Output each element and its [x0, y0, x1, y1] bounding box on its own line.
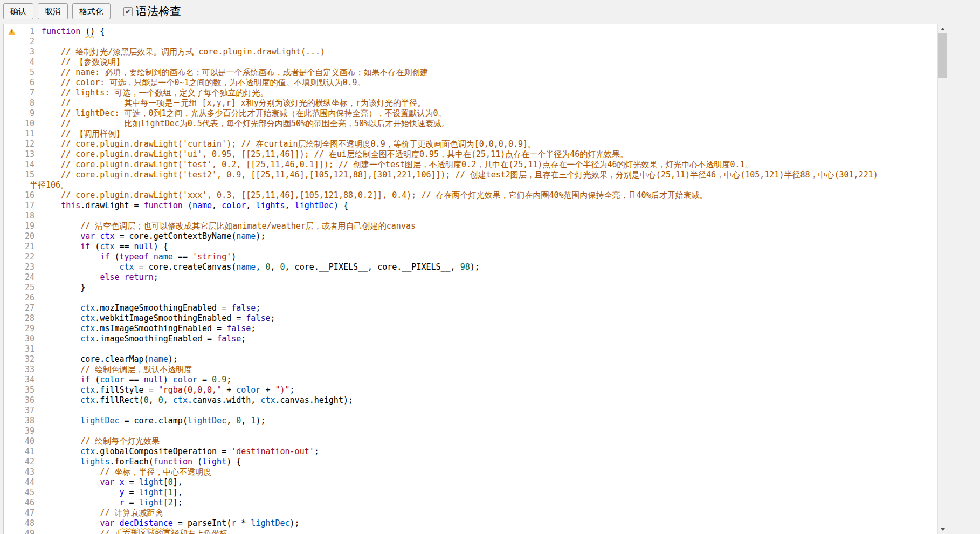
code-text [38, 293, 42, 303]
lint-gutter [4, 108, 20, 119]
code-line[interactable]: 41 ctx.globalCompositeOperation = 'desti… [4, 447, 937, 457]
line-number: 19 [20, 221, 38, 231]
line-number: 46 [20, 498, 38, 508]
line-number: 16 [20, 190, 38, 201]
line-number: 48 [20, 518, 38, 529]
code-line[interactable]: 25 } [4, 283, 937, 293]
code-line[interactable]: 8 // 其中每一项是三元组 [x,y,r] x和y分别为该灯光的横纵坐标，r为… [4, 98, 937, 108]
code-line[interactable]: 22 if (typeof name == 'string') [4, 252, 937, 262]
code-line[interactable]: 48 var decDistance = parseInt(r * lightD… [4, 518, 937, 529]
code-line[interactable]: 33 // 绘制色调层，默认不透明度 [4, 365, 937, 375]
code-line[interactable]: 1function () { [4, 26, 937, 37]
code-line[interactable]: 26 [4, 293, 937, 303]
code-text: this.drawLight = function (name, color, … [38, 201, 348, 211]
code-text: ctx.fillStyle = "rgba(0,0,0," + color + … [38, 385, 295, 395]
code-line[interactable]: 28 ctx.webkitImageSmoothingEnabled = fal… [4, 313, 937, 324]
scrollbar-thumb[interactable] [938, 33, 947, 78]
code-line[interactable]: 36 ctx.fillRect(0, 0, ctx.canvas.width, … [4, 395, 937, 406]
code-line[interactable]: 27 ctx.mozImageSmoothingEnabled = false; [4, 303, 937, 313]
code-line[interactable]: 34 if (color == null) color = 0.9; [4, 375, 937, 385]
scroll-up-button[interactable] [938, 24, 947, 33]
confirm-button[interactable]: 确认 [3, 3, 33, 19]
line-number: 43 [20, 467, 38, 477]
code-line[interactable]: 45 y = light[1], [4, 488, 937, 498]
code-line[interactable]: 40 // 绘制每个灯光效果 [4, 436, 937, 447]
code-line[interactable]: 47 // 计算衰减距离 [4, 508, 937, 518]
code-line[interactable]: 4 // 【参数说明】 [4, 57, 937, 67]
cancel-button[interactable]: 取消 [38, 3, 68, 19]
code-line[interactable]: 31 [4, 344, 937, 354]
syntax-check-checkbox[interactable]: ✔ [123, 7, 133, 16]
code-line[interactable]: 30 ctx.imageSmoothingEnabled = false; [4, 334, 937, 344]
line-number: 33 [20, 365, 38, 375]
code-line[interactable]: 16 // core.plugin.drawLight('xxx', 0.3, … [4, 190, 937, 201]
line-number: 12 [20, 139, 38, 149]
code-line[interactable]: 35 ctx.fillStyle = "rgba(0,0,0," + color… [4, 385, 937, 395]
lint-gutter [4, 498, 20, 508]
code-line[interactable]: 42 lights.forEach(function (light) { [4, 457, 937, 467]
code-editor[interactable]: 1function () {23 // 绘制灯光/漆黑层效果。调用方式 core… [3, 24, 947, 534]
lint-gutter [4, 221, 20, 231]
code-line[interactable]: 46 r = light[2]; [4, 498, 937, 508]
arrow-up-icon [941, 28, 945, 30]
code-line[interactable]: 24 else return; [4, 272, 937, 283]
code-text: ctx.fillRect(0, 0, ctx.canvas.width, ctx… [38, 395, 353, 406]
code-line[interactable]: 44 var x = light[0], [4, 477, 937, 488]
code-line[interactable]: 7 // lights: 可选，一个数组，定义了每个独立的灯光。 [4, 88, 937, 98]
code-text: 半径106。 [26, 180, 68, 190]
code-line[interactable]: 49 // 正方形区域的直径和左上角坐标 [4, 529, 937, 534]
lint-gutter [4, 436, 20, 447]
code-line[interactable]: 11 // 【调用样例】 [4, 129, 937, 139]
code-text: // core.plugin.drawLight('test', 0.2, [[… [38, 160, 753, 170]
code-text: // name: 必填，要绘制到的画布名；可以是一个系统画布，或者是个自定义画布… [38, 67, 428, 78]
code-line[interactable]: 23 ctx = core.createCanvas(name, 0, 0, c… [4, 262, 937, 272]
code-line[interactable]: 29 ctx.msImageSmoothingEnabled = false; [4, 324, 937, 334]
code-line[interactable]: 12 // core.plugin.drawLight('curtain'); … [4, 139, 937, 149]
code-line[interactable]: 17 this.drawLight = function (name, colo… [4, 201, 937, 211]
line-number: 38 [20, 416, 38, 426]
editor-scrollbar[interactable] [937, 24, 947, 534]
line-number: 8 [20, 98, 38, 108]
lint-gutter [4, 416, 20, 426]
code-line[interactable]: 6 // color: 可选，只能是一个0~1之间的数，为不透明度的值。不填则默… [4, 78, 937, 88]
line-number: 25 [20, 283, 38, 293]
code-line[interactable]: 13 // core.plugin.drawLight('ui', 0.95, … [4, 149, 937, 160]
code-line[interactable]: 3 // 绘制灯光/漆黑层效果。调用方式 core.plugin.drawLig… [4, 47, 937, 57]
code-line[interactable]: 半径106。 [4, 180, 937, 190]
lint-gutter [4, 262, 20, 272]
code-line[interactable]: 10 // 比如lightDec为0.5代表，每个灯光部分内圈50%的范围全亮，… [4, 119, 937, 129]
code-line[interactable]: 20 var ctx = core.getContextByName(name)… [4, 231, 937, 242]
lint-gutter [4, 252, 20, 262]
scroll-down-button[interactable] [938, 525, 947, 534]
code-line[interactable]: 37 [4, 406, 937, 416]
lint-gutter [4, 334, 20, 344]
code-line[interactable]: 2 [4, 37, 937, 47]
code-line[interactable]: 19 // 清空色调层；也可以修改成其它层比如animate/weather层，… [4, 221, 937, 231]
line-number: 24 [20, 272, 38, 283]
line-number: 34 [20, 375, 38, 385]
code-text: } [38, 283, 85, 293]
line-number: 26 [20, 293, 38, 303]
line-number: 17 [20, 201, 38, 211]
code-line[interactable]: 38 lightDec = core.clamp(lightDec, 0, 1)… [4, 416, 937, 426]
code-text: // core.plugin.drawLight('curtain'); // … [38, 139, 536, 149]
code-line[interactable]: 39 [4, 426, 937, 436]
code-text: ctx = core.createCanvas(name, 0, 0, core… [38, 262, 480, 272]
code-line[interactable]: 32 core.clearMap(name); [4, 354, 937, 365]
format-button[interactable]: 格式化 [72, 3, 111, 19]
line-number: 32 [20, 354, 38, 365]
code-lines: 1function () {23 // 绘制灯光/漆黑层效果。调用方式 core… [4, 24, 937, 534]
lint-gutter [4, 293, 20, 303]
code-text: ctx.webkitImageSmoothingEnabled = false; [38, 313, 275, 324]
code-line[interactable]: 18 [4, 211, 937, 221]
code-text: else return; [38, 272, 158, 283]
code-line[interactable]: 15 // core.plugin.drawLight('test2', 0.9… [4, 170, 937, 180]
code-line[interactable]: 43 // 坐标，半径，中心不透明度 [4, 467, 937, 477]
lint-gutter [4, 201, 20, 211]
code-line[interactable]: 21 if (ctx == null) { [4, 242, 937, 252]
code-line[interactable]: 5 // name: 必填，要绘制到的画布名；可以是一个系统画布，或者是个自定义… [4, 67, 937, 78]
code-line[interactable]: 14 // core.plugin.drawLight('test', 0.2,… [4, 160, 937, 170]
lint-gutter [4, 344, 20, 354]
lint-gutter [4, 78, 20, 88]
code-line[interactable]: 9 // lightDec: 可选，0到1之间，光从多少百分比才开始衰减（在此范… [4, 108, 937, 119]
